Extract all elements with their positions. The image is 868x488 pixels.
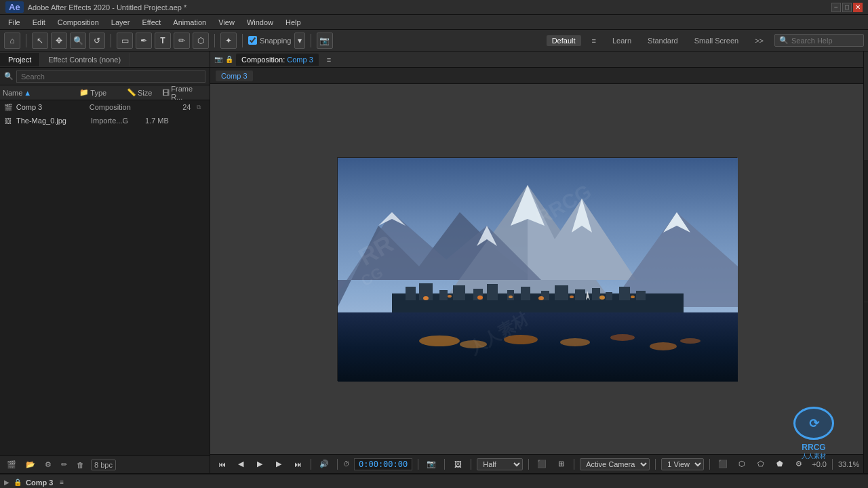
viewer-sep-8 xyxy=(655,459,656,470)
viewer-show-snapshot[interactable]: 🖼 xyxy=(450,457,465,472)
main-layout: Project Effect Controls (none) 🔍 Name ▲ … xyxy=(0,52,868,473)
svg-rect-21 xyxy=(555,285,568,300)
character-header[interactable]: Character ≡ xyxy=(864,145,868,160)
align-header[interactable]: Align xyxy=(864,114,868,129)
menu-item-layer[interactable]: Layer xyxy=(106,17,136,28)
viewer-grid[interactable]: ⊞ xyxy=(553,457,568,472)
viewer-audio-toggle[interactable]: 🔊 xyxy=(317,457,332,472)
shape-rect[interactable]: ▭ xyxy=(117,33,133,49)
col-frames-icon: 🎞 xyxy=(162,89,170,97)
toolbar-separator-2 xyxy=(111,34,111,47)
viewer-quality-dropdown[interactable]: HalfFullThirdQuarter xyxy=(477,458,523,470)
svg-rect-27 xyxy=(338,312,738,382)
svg-rect-14 xyxy=(439,290,448,300)
snapping-options[interactable]: ▾ xyxy=(294,33,305,49)
list-item[interactable]: 🖼 The-Mag_0.jpg Importe...G 1.7 MB xyxy=(0,114,210,127)
timeline-header: ▶ 🔒 Comp 3 ≡ xyxy=(0,474,868,488)
libraries-header[interactable]: Libraries xyxy=(864,129,868,144)
project-search-input[interactable] xyxy=(16,70,205,83)
minimize-button[interactable]: − xyxy=(831,3,841,12)
clone-tool[interactable]: ⬡ xyxy=(193,33,209,49)
svg-rect-19 xyxy=(521,287,530,300)
viewer-sep-9 xyxy=(709,459,710,470)
new-composition-btn[interactable]: 🎬 xyxy=(4,459,19,470)
menu-item-edit[interactable]: Edit xyxy=(27,17,51,28)
effects-presets-header[interactable]: Effects & Presets xyxy=(864,98,868,113)
info-header[interactable]: Info xyxy=(864,52,868,66)
image-icon: 🖼 xyxy=(3,115,14,126)
menu-item-animation[interactable]: Animation xyxy=(167,17,212,28)
workspace-learn[interactable]: Learn xyxy=(607,35,637,46)
search-replace-btn[interactable]: ✏ xyxy=(58,459,70,470)
viewer-more-1[interactable]: ⬛ xyxy=(715,457,730,472)
workspace-expand[interactable]: >> xyxy=(749,35,769,46)
project-search-bar: 🔍 xyxy=(0,68,210,85)
col-header-size[interactable]: 📏 Size xyxy=(127,88,162,97)
restore-button[interactable]: □ xyxy=(842,3,852,12)
col-size-label: Size xyxy=(138,89,152,97)
svg-rect-22 xyxy=(575,289,585,300)
menu-item-composition[interactable]: Composition xyxy=(52,17,104,28)
tab-project[interactable]: Project xyxy=(0,53,40,66)
tab-effect-controls[interactable]: Effect Controls (none) xyxy=(40,53,130,66)
tab-composition[interactable]: Composition: Comp 3 xyxy=(236,54,319,66)
pen-tool[interactable]: ✒ xyxy=(136,33,152,49)
svg-point-31 xyxy=(560,338,590,346)
timeline-menu-icon[interactable]: ≡ xyxy=(57,478,66,487)
viewer-camera-dropdown[interactable]: Active Camera xyxy=(580,458,650,470)
puppet-tool[interactable]: ✦ xyxy=(220,33,237,49)
viewer-play[interactable]: ▶ xyxy=(252,457,267,472)
viewer-timecode: 0:00:00:00 xyxy=(354,458,412,470)
preview-header[interactable]: Preview xyxy=(864,83,868,98)
app-title: Adobe After Effects 2020 - Untitled Proj… xyxy=(28,3,187,12)
workspace-options-icon[interactable]: ≡ xyxy=(587,35,601,46)
item-extra-icon: ⧉ xyxy=(197,104,201,111)
viewer-next-frame[interactable]: ⏭ xyxy=(290,457,305,472)
hand-tool[interactable]: ✥ xyxy=(51,33,67,49)
workspace-small-screen[interactable]: Small Screen xyxy=(689,35,744,46)
brush-tool[interactable]: ✏ xyxy=(174,33,190,49)
list-item[interactable]: 🎬 Comp 3 Composition 24 ⧉ xyxy=(0,100,210,114)
delete-btn[interactable]: 🗑 xyxy=(74,460,87,470)
menu-item-effect[interactable]: Effect xyxy=(136,17,166,28)
snapping-checkbox[interactable] xyxy=(248,36,257,45)
viewer-snapshot[interactable]: 📷 xyxy=(424,457,439,472)
search-input[interactable] xyxy=(791,37,859,45)
workspace-standard[interactable]: Standard xyxy=(642,35,684,46)
menu-item-help[interactable]: Help xyxy=(280,17,307,28)
close-button[interactable]: ✕ xyxy=(853,3,863,12)
camera-tool[interactable]: 📷 xyxy=(317,33,333,49)
col-header-name[interactable]: Name ▲ xyxy=(3,89,79,97)
comp-breadcrumb-bar: Comp 3 xyxy=(210,68,863,84)
svg-point-32 xyxy=(610,334,635,341)
item-frames: 24 xyxy=(182,103,191,111)
text-tool[interactable]: T xyxy=(155,33,171,49)
menu-item-file[interactable]: File xyxy=(3,17,26,28)
bit-depth-label[interactable]: 8 bpc xyxy=(91,460,116,470)
tab-menu-icon[interactable]: ≡ xyxy=(321,54,336,65)
col-header-frames[interactable]: 🎞 Frame R... xyxy=(162,85,193,101)
project-settings-btn[interactable]: ⚙ xyxy=(42,459,54,470)
select-tool[interactable]: ↖ xyxy=(32,33,48,49)
audio-section: Audio xyxy=(864,67,868,83)
breadcrumb-comp3[interactable]: Comp 3 xyxy=(216,70,253,81)
viewer-view-dropdown[interactable]: 1 View xyxy=(661,458,704,470)
viewer-prev-frame[interactable]: ⏮ xyxy=(214,457,229,472)
viewer-more-2[interactable]: ⬡ xyxy=(734,457,749,472)
audio-header[interactable]: Audio xyxy=(864,67,868,82)
rotate-tool[interactable]: ↺ xyxy=(89,33,105,49)
viewer-more-3[interactable]: ⬠ xyxy=(753,457,768,472)
viewer-next[interactable]: ▶ xyxy=(271,457,286,472)
viewer-canvas: RR CG RRCG 人人素材 xyxy=(210,84,863,454)
toolbar-separator-4 xyxy=(242,34,243,47)
viewer-transparency[interactable]: ⬛ xyxy=(534,457,549,472)
toolbar-separator-1 xyxy=(26,34,26,47)
zoom-tool[interactable]: 🔍 xyxy=(70,33,86,49)
col-header-type[interactable]: 📁 Type xyxy=(79,88,127,97)
home-button[interactable]: ⌂ xyxy=(4,33,20,49)
menu-item-view[interactable]: View xyxy=(213,17,240,28)
viewer-prev[interactable]: ◀ xyxy=(233,457,248,472)
new-folder-btn[interactable]: 📂 xyxy=(23,459,38,470)
menu-item-window[interactable]: Window xyxy=(241,17,279,28)
workspace-default[interactable]: Default xyxy=(547,35,581,46)
